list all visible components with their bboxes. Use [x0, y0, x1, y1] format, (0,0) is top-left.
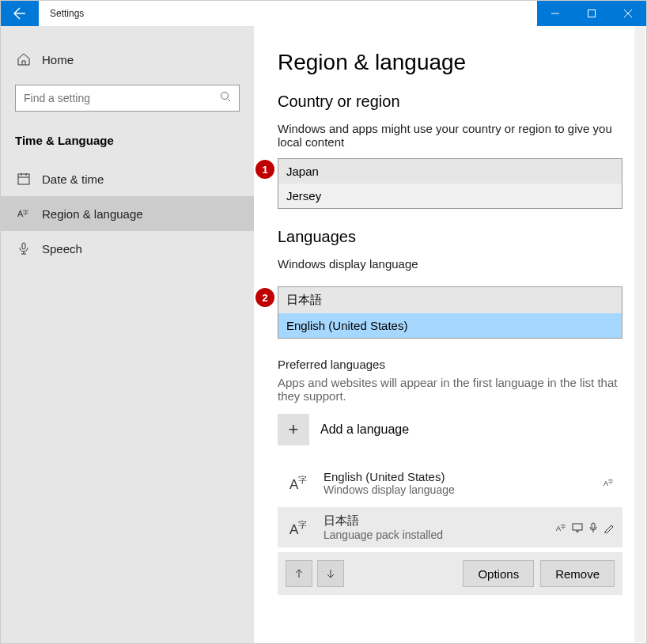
display-language-subhead: Windows display language — [278, 257, 622, 271]
speech-icon — [588, 522, 599, 533]
preferred-heading: Preferred languages — [278, 358, 622, 371]
language-name: English (United States) — [324, 470, 603, 483]
svg-rect-15 — [592, 523, 595, 528]
callout-2: 2 — [255, 288, 274, 307]
region-dropdown[interactable]: Japan Jersey — [278, 158, 622, 209]
sidebar-label-speech: Speech — [42, 242, 82, 256]
reorder-buttons — [286, 560, 344, 587]
search-wrap — [15, 85, 240, 112]
sidebar-label-datetime: Date & time — [42, 172, 104, 186]
action-buttons: Options Remove — [463, 560, 615, 587]
sidebar-item-datetime[interactable]: Date & time — [1, 161, 254, 196]
svg-text:字: 字 — [298, 475, 307, 484]
svg-rect-14 — [573, 524, 582, 530]
language-subtext: Windows display language — [324, 483, 603, 496]
scrollbar[interactable] — [634, 26, 645, 642]
home-label: Home — [42, 53, 74, 66]
options-button[interactable]: Options — [463, 560, 534, 587]
content-inner: Region & language Country or region Wind… — [278, 50, 622, 595]
callout-1: 1 — [255, 160, 274, 179]
calendar-icon — [15, 172, 32, 186]
display-option-english[interactable]: English (United States) — [278, 313, 622, 338]
svg-text:字: 字 — [608, 479, 613, 484]
close-icon — [624, 9, 632, 17]
language-a-small-icon: A字 — [603, 477, 615, 488]
minimize-button[interactable] — [537, 1, 573, 26]
language-a-small-icon: A字 — [556, 522, 567, 533]
svg-rect-2 — [18, 174, 29, 184]
caption-buttons — [537, 1, 646, 26]
svg-rect-0 — [588, 10, 596, 17]
language-name: 日本語 — [324, 513, 556, 528]
sidebar-item-speech[interactable]: Speech — [1, 231, 254, 266]
maximize-button[interactable] — [573, 1, 610, 26]
add-language-label: Add a language — [320, 422, 409, 437]
language-a-icon: A字 — [15, 206, 32, 221]
close-button[interactable] — [610, 1, 646, 26]
region-dropdown-wrap: 1 Japan Jersey — [278, 158, 622, 209]
microphone-icon — [15, 241, 32, 256]
region-option-japan[interactable]: Japan — [278, 159, 622, 184]
sidebar-section-title: Time & Language — [1, 127, 254, 161]
display-dropdown-wrap: 2 日本語 English (United States) — [278, 286, 622, 339]
language-badges: A字 — [556, 522, 615, 533]
maximize-icon — [588, 9, 596, 17]
language-subtext: Language pack installed — [324, 528, 556, 541]
titlebar-spacer — [95, 1, 537, 26]
svg-rect-5 — [22, 243, 25, 249]
sidebar-label-region: Region & language — [42, 207, 143, 221]
language-item-english[interactable]: A字 English (United States) Windows displ… — [278, 463, 622, 502]
titlebar: Settings — [1, 1, 646, 26]
languages-heading: Languages — [278, 228, 622, 246]
language-a-icon: A字 — [286, 469, 312, 496]
move-up-button[interactable] — [286, 560, 312, 587]
region-option-jersey[interactable]: Jersey — [278, 184, 622, 208]
home-nav[interactable]: Home — [1, 42, 254, 77]
move-down-button[interactable] — [317, 560, 344, 587]
remove-button[interactable]: Remove — [540, 560, 615, 587]
region-heading: Country or region — [278, 93, 622, 111]
language-actions: Options Remove — [278, 552, 622, 595]
window-title: Settings — [39, 1, 95, 26]
language-badges: A字 — [603, 477, 615, 488]
home-icon — [15, 52, 32, 66]
svg-text:字: 字 — [298, 520, 307, 529]
search-icon — [220, 91, 231, 105]
region-desc: Windows and apps might use your country … — [278, 122, 622, 149]
handwriting-icon — [603, 522, 615, 533]
search-box[interactable] — [15, 85, 240, 112]
sidebar-item-region[interactable]: A字 Region & language — [1, 196, 254, 231]
minimize-icon — [551, 9, 559, 17]
main-layout: Home Time & Language Date & time A字 Regi… — [1, 26, 646, 643]
svg-point-1 — [221, 93, 229, 100]
display-option-japanese[interactable]: 日本語 — [278, 287, 622, 313]
svg-text:字: 字 — [23, 210, 28, 215]
arrow-down-icon — [326, 569, 335, 578]
display-language-dropdown[interactable]: 日本語 English (United States) — [278, 286, 622, 339]
preferred-desc: Apps and websites will appear in the fir… — [278, 376, 622, 403]
arrow-up-icon — [294, 569, 304, 578]
page-title: Region & language — [278, 50, 622, 75]
language-a-icon: A字 — [286, 514, 312, 541]
svg-text:字: 字 — [561, 524, 566, 529]
search-input[interactable] — [16, 92, 239, 104]
display-icon — [572, 522, 583, 533]
arrow-left-icon — [13, 7, 26, 20]
plus-icon: + — [278, 414, 309, 445]
language-item-japanese[interactable]: A字 日本語 Language pack installed A字 — [278, 507, 622, 547]
back-button[interactable] — [1, 1, 39, 26]
add-language-button[interactable]: + Add a language — [278, 414, 622, 445]
sidebar: Home Time & Language Date & time A字 Regi… — [1, 26, 254, 643]
content: Region & language Country or region Wind… — [254, 26, 646, 643]
